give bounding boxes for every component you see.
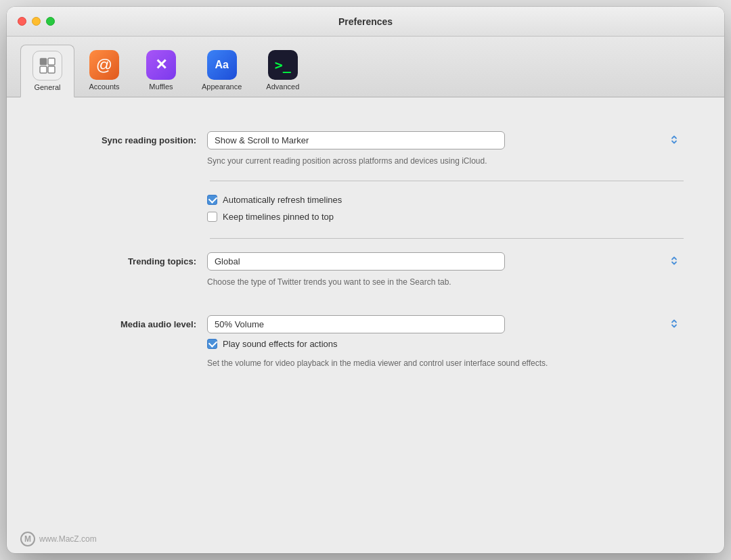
sync-reading-section: Sync reading position: Show & Scroll to … bbox=[47, 118, 684, 181]
chevron-down-icon bbox=[669, 134, 680, 147]
play-sound-row: Play sound effects for actions bbox=[207, 339, 684, 349]
trending-select-wrapper: Global Local Trending bbox=[207, 252, 684, 271]
auto-refresh-row: Automatically refresh timelines bbox=[207, 195, 684, 205]
tab-appearance[interactable]: Aa Appearance bbox=[191, 45, 252, 97]
close-button[interactable] bbox=[18, 17, 26, 26]
titlebar: Preferences bbox=[7, 7, 724, 37]
media-audio-description: Set the volume for video playback in the… bbox=[207, 357, 586, 369]
sync-reading-row: Sync reading position: Show & Scroll to … bbox=[47, 118, 684, 181]
pinned-top-checkbox[interactable] bbox=[207, 212, 217, 222]
pinned-top-label: Keep timelines pinned to top bbox=[223, 212, 334, 222]
auto-refresh-checkbox[interactable] bbox=[207, 195, 217, 205]
media-audio-select[interactable]: 25% Volume 50% Volume 75% Volume 100% Vo… bbox=[207, 315, 505, 333]
timelines-checkboxes: Automatically refresh timelines Keep tim… bbox=[207, 195, 684, 225]
tab-accounts-label: Accounts bbox=[89, 83, 119, 91]
sync-reading-select-wrapper: Show & Scroll to Marker Show Marker Only… bbox=[207, 131, 684, 149]
tab-muffles-label: Muffles bbox=[149, 83, 173, 91]
watermark-icon: M bbox=[20, 532, 35, 546]
trending-label: Trending topics: bbox=[47, 252, 196, 266]
content-area: Sync reading position: Show & Scroll to … bbox=[7, 97, 724, 553]
svg-rect-3 bbox=[48, 66, 55, 73]
minimize-button[interactable] bbox=[32, 17, 41, 26]
timelines-row: Automatically refresh timelines Keep tim… bbox=[47, 181, 684, 238]
watermark: M www.MacZ.com bbox=[20, 532, 97, 546]
accounts-icon: @ bbox=[89, 50, 119, 80]
media-audio-section: Media audio level: 25% Volume 50% Volume… bbox=[47, 302, 684, 383]
auto-refresh-label: Automatically refresh timelines bbox=[223, 195, 342, 205]
play-sound-label: Play sound effects for actions bbox=[223, 339, 338, 349]
tab-general[interactable]: General bbox=[20, 45, 74, 97]
traffic-lights bbox=[18, 17, 55, 26]
media-audio-select-wrapper: 25% Volume 50% Volume 75% Volume 100% Vo… bbox=[207, 315, 684, 333]
chevron-down-icon-2 bbox=[669, 255, 680, 268]
sync-reading-label: Sync reading position: bbox=[47, 131, 196, 145]
timelines-label bbox=[47, 195, 196, 199]
trending-section: Trending topics: Global Local Trending C… bbox=[47, 239, 684, 302]
toolbar: General @ Accounts ✕ Muffles Aa Appearan… bbox=[7, 37, 724, 97]
tab-accounts[interactable]: @ Accounts bbox=[77, 45, 131, 97]
advanced-icon: >_ bbox=[268, 50, 298, 80]
general-icon bbox=[32, 51, 62, 80]
trending-control: Global Local Trending Choose the type of… bbox=[207, 252, 684, 288]
trending-description: Choose the type of Twitter trends you wa… bbox=[207, 276, 586, 288]
media-audio-label: Media audio level: bbox=[47, 315, 196, 329]
tab-advanced-label: Advanced bbox=[266, 83, 299, 91]
trending-row: Trending topics: Global Local Trending C… bbox=[47, 239, 684, 302]
maximize-button[interactable] bbox=[46, 17, 55, 26]
timelines-control: Automatically refresh timelines Keep tim… bbox=[207, 195, 684, 225]
sync-reading-control: Show & Scroll to Marker Show Marker Only… bbox=[207, 131, 684, 167]
svg-rect-0 bbox=[40, 58, 47, 65]
tab-general-label: General bbox=[34, 83, 60, 91]
tab-muffles[interactable]: ✕ Muffles bbox=[134, 45, 188, 97]
sync-reading-description: Sync your current reading position acros… bbox=[207, 155, 586, 167]
appearance-icon: Aa bbox=[207, 50, 237, 80]
window-title: Preferences bbox=[338, 16, 393, 27]
tab-appearance-label: Appearance bbox=[202, 83, 242, 91]
watermark-text: www.MacZ.com bbox=[39, 534, 97, 544]
svg-rect-1 bbox=[48, 58, 55, 65]
tab-advanced[interactable]: >_ Advanced bbox=[255, 45, 310, 97]
muffles-icon: ✕ bbox=[146, 50, 176, 80]
timelines-section: Automatically refresh timelines Keep tim… bbox=[47, 181, 684, 238]
svg-rect-2 bbox=[40, 66, 47, 73]
pinned-top-row: Keep timelines pinned to top bbox=[207, 212, 684, 222]
media-audio-row: Media audio level: 25% Volume 50% Volume… bbox=[47, 302, 684, 383]
preferences-window: Preferences General @ Accounts bbox=[7, 7, 724, 553]
media-audio-control: 25% Volume 50% Volume 75% Volume 100% Vo… bbox=[207, 315, 684, 369]
sync-reading-select[interactable]: Show & Scroll to Marker Show Marker Only… bbox=[207, 131, 505, 149]
trending-select[interactable]: Global Local Trending bbox=[207, 252, 505, 271]
chevron-down-icon-3 bbox=[669, 318, 680, 331]
play-sound-checkbox[interactable] bbox=[207, 339, 217, 349]
